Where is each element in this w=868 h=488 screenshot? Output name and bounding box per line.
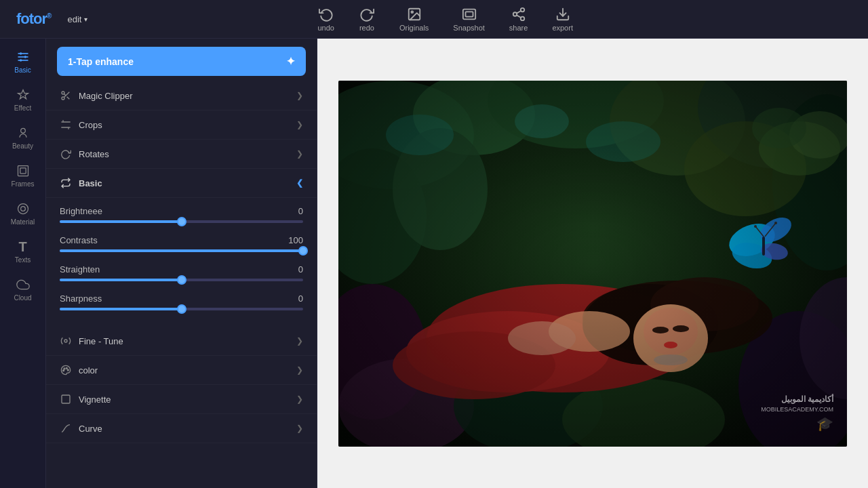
svg-point-15 xyxy=(20,59,22,61)
photo-svg xyxy=(338,81,847,447)
main-content: Basic Effect Beauty xyxy=(0,39,868,488)
fine-tune-chevron: ❯ xyxy=(296,336,303,346)
color-item[interactable]: color ❯ xyxy=(46,356,317,385)
watermark-line1: أكاديمية الموبيل xyxy=(761,394,833,405)
side-panel: 1-Tap enhance ✦ Magic Clipper ❯ xyxy=(46,39,317,488)
svg-line-7 xyxy=(516,15,520,18)
logo-text: fotor xyxy=(16,10,47,27)
sharpness-fill xyxy=(60,308,182,310)
curve-chevron: ❯ xyxy=(296,424,303,433)
svg-point-30 xyxy=(64,368,65,369)
rotates-label: Rotates xyxy=(79,149,109,159)
undo-button[interactable]: undo xyxy=(317,6,334,32)
vignette-item[interactable]: Vignette ❯ xyxy=(46,385,317,414)
crops-chevron: ❯ xyxy=(296,120,303,129)
magic-clipper-icon xyxy=(60,89,72,102)
basic-section-icon xyxy=(60,177,72,189)
contrasts-thumb[interactable] xyxy=(298,246,308,256)
effect-label: Effect xyxy=(14,104,31,112)
edit-label: edit xyxy=(67,14,81,24)
sidebar-item-texts[interactable]: T Texts xyxy=(5,234,41,269)
brightness-track[interactable] xyxy=(60,220,303,223)
brightness-slider-row: Brightneee 0 xyxy=(60,206,303,223)
vignette-chevron: ❯ xyxy=(296,394,303,404)
svg-point-28 xyxy=(64,340,67,342)
svg-point-20 xyxy=(20,207,25,211)
crops-item[interactable]: Crops ❯ xyxy=(46,110,317,140)
magic-clipper-label: Magic Clipper xyxy=(79,91,132,101)
sharpness-value: 0 xyxy=(298,293,303,304)
redo-button[interactable]: redo xyxy=(359,6,375,32)
export-label: export xyxy=(552,24,573,32)
texts-icon: T xyxy=(16,239,31,254)
share-button[interactable]: share xyxy=(509,6,528,32)
sidebar-item-basic[interactable]: Basic xyxy=(5,44,41,79)
basic-section-content: Brightneee 0 Contrasts 100 xyxy=(46,198,317,327)
svg-line-8 xyxy=(516,11,520,14)
svg-point-32 xyxy=(67,369,68,371)
svg-line-25 xyxy=(64,94,66,96)
snapshot-button[interactable]: Snapshot xyxy=(453,6,484,32)
originals-button[interactable]: Originals xyxy=(399,6,429,32)
vignette-label: Vignette xyxy=(79,394,111,405)
straighten-value: 0 xyxy=(298,264,303,274)
material-label: Material xyxy=(11,218,35,226)
chevron-down-icon: ▾ xyxy=(84,16,87,23)
straighten-label: Straighten xyxy=(60,264,100,274)
enhance-button[interactable]: 1-Tap enhance ✦ xyxy=(57,47,306,76)
magic-clipper-item[interactable]: Magic Clipper ❯ xyxy=(46,81,317,110)
rotates-chevron: ❯ xyxy=(296,149,303,159)
svg-point-19 xyxy=(18,204,28,214)
snapshot-label: Snapshot xyxy=(453,24,484,32)
rotates-item[interactable]: Rotates ❯ xyxy=(46,140,317,169)
vignette-icon xyxy=(60,393,72,405)
cloud-icon xyxy=(16,277,31,292)
edit-button[interactable]: edit ▾ xyxy=(62,12,93,27)
sidebar-item-beauty[interactable]: Beauty xyxy=(5,120,41,155)
svg-point-13 xyxy=(20,52,22,54)
sharpness-track[interactable] xyxy=(60,308,303,310)
originals-icon xyxy=(406,6,422,22)
straighten-slider-row: Straighten 0 xyxy=(60,264,303,281)
photo-frame: أكاديمية الموبيل MOBILESACADEMY.COM 🎓 xyxy=(338,81,847,447)
basic-label: Basic xyxy=(14,66,31,74)
rotates-icon xyxy=(60,148,72,160)
redo-label: redo xyxy=(359,24,374,32)
texts-label: Texts xyxy=(15,256,31,264)
sharpness-thumb[interactable] xyxy=(177,304,186,314)
svg-point-1 xyxy=(411,11,413,13)
sidebar-item-material[interactable]: Material xyxy=(5,196,41,231)
material-icon xyxy=(16,201,31,216)
contrasts-value: 100 xyxy=(288,235,303,245)
svg-rect-3 xyxy=(465,12,473,16)
fine-tune-item[interactable]: Fine - Tune ❯ xyxy=(46,327,317,356)
straighten-fill xyxy=(60,279,182,281)
svg-line-24 xyxy=(67,97,70,100)
toolbar-center: undo redo Originals xyxy=(317,6,572,32)
enhance-star-icon: ✦ xyxy=(286,55,295,68)
straighten-track[interactable] xyxy=(60,279,303,281)
straighten-thumb[interactable] xyxy=(177,275,186,285)
brightness-fill xyxy=(60,220,182,223)
basic-icon xyxy=(16,49,31,64)
sidebar-item-cloud[interactable]: Cloud xyxy=(5,272,41,307)
effect-icon xyxy=(16,87,31,102)
icon-bar: Basic Effect Beauty xyxy=(0,39,46,488)
color-chevron: ❯ xyxy=(296,365,303,375)
brightness-value: 0 xyxy=(298,206,303,216)
svg-rect-33 xyxy=(62,395,70,403)
share-icon xyxy=(511,6,527,22)
svg-point-14 xyxy=(24,56,26,58)
brightness-thumb[interactable] xyxy=(177,217,186,226)
export-icon xyxy=(555,6,571,22)
color-icon xyxy=(60,364,72,376)
fine-tune-label: Fine - Tune xyxy=(79,336,123,346)
sharpness-slider-row: Sharpness 0 xyxy=(60,293,303,310)
sidebar-item-effect[interactable]: Effect xyxy=(5,82,41,117)
curve-item[interactable]: Curve ❯ xyxy=(46,414,317,443)
svg-point-31 xyxy=(66,367,67,369)
sidebar-item-frames[interactable]: Frames xyxy=(5,158,41,193)
export-button[interactable]: export xyxy=(552,6,573,32)
basic-section-header[interactable]: Basic ❮ xyxy=(46,169,317,198)
contrasts-track[interactable] xyxy=(60,249,303,252)
